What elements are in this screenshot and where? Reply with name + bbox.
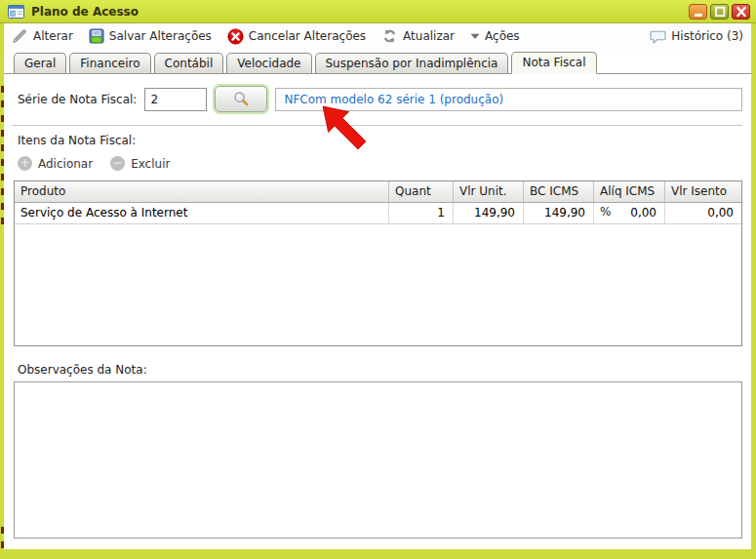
plus-circle-icon: + [18, 156, 32, 171]
tab-financeiro[interactable]: Financeiro [69, 53, 150, 73]
table-row[interactable]: Serviço de Acesso à Internet 1 149,90 14… [15, 203, 741, 224]
table-header-row: Produto Quant Vlr Unit. BC ICMS Alíq ICM… [15, 181, 741, 203]
col-vlr-isento[interactable]: Vlr Isento [665, 181, 741, 202]
salvar-button[interactable]: Salvar Alterações [89, 28, 212, 44]
search-button[interactable] [215, 86, 267, 112]
excluir-button[interactable]: − Excluir [110, 156, 170, 171]
cell-vlr-unit: 149,90 [454, 203, 524, 223]
cancel-icon [227, 28, 244, 45]
tab-contabil[interactable]: Contábil [154, 53, 224, 73]
cell-quant: 1 [389, 203, 454, 223]
tabstrip: Geral Financeiro Contábil Velocidade Sus… [4, 49, 751, 74]
toolbar: Alterar Salvar Alterações Cancel [4, 23, 751, 49]
atualizar-button[interactable]: Atualizar [381, 28, 455, 44]
window-form-icon [8, 5, 24, 19]
col-produto[interactable]: Produto [15, 181, 389, 202]
col-vlr-unit[interactable]: Vlr Unit. [454, 181, 524, 202]
window-body: Alterar Salvar Alterações Cancel [4, 23, 751, 549]
minimize-button[interactable] [689, 4, 707, 20]
acoes-menu-button[interactable]: Ações [470, 29, 520, 43]
minimize-icon [691, 5, 706, 19]
observacoes-textarea[interactable] [14, 381, 742, 539]
serie-input[interactable] [144, 88, 207, 111]
observacoes-label: Observações da Nota: [18, 363, 742, 377]
maximize-button[interactable] [710, 4, 729, 20]
maximize-icon [712, 5, 728, 19]
col-aliq-icms[interactable]: Alíq ICMS % [594, 181, 665, 202]
tab-nota-fiscal[interactable]: Nota Fiscal [511, 52, 596, 74]
serie-description-field[interactable]: NFCom modelo 62 série 1 (produção) [275, 88, 742, 111]
close-icon [734, 5, 749, 19]
acoes-label: Ações [485, 29, 520, 43]
search-icon [233, 91, 250, 107]
tab-velocidade[interactable]: Velocidade [226, 53, 311, 73]
excluir-label: Excluir [131, 157, 170, 171]
historico-button[interactable]: Histórico (3) [650, 29, 743, 44]
app-window: Plano de Acesso [0, 0, 756, 559]
tab-suspensao[interactable]: Suspensão por Inadimplência [315, 53, 509, 73]
refresh-icon [381, 28, 398, 44]
cell-bc-icms: 149,90 [524, 203, 594, 223]
minus-circle-icon: − [110, 156, 125, 171]
window-title: Plano de Acesso [31, 5, 139, 19]
cell-produto: Serviço de Acesso à Internet [15, 203, 389, 223]
alterar-label: Alterar [33, 29, 73, 43]
tab-geral[interactable]: Geral [14, 53, 66, 73]
cell-vlr-isento: 0,00 [665, 203, 741, 223]
salvar-label: Salvar Alterações [109, 29, 212, 43]
adicionar-label: Adicionar [38, 157, 93, 171]
save-floppy-icon [89, 28, 104, 44]
close-button[interactable] [732, 4, 750, 20]
separator-line [12, 125, 742, 126]
atualizar-label: Atualizar [403, 29, 455, 43]
cancelar-label: Cancelar Alterações [249, 29, 366, 43]
cancelar-button[interactable]: Cancelar Alterações [227, 28, 366, 45]
col-quant[interactable]: Quant [389, 181, 454, 202]
pencil-icon [12, 28, 28, 44]
titlebar: Plano de Acesso [0, 0, 756, 23]
chevron-down-icon [470, 33, 480, 40]
nota-fiscal-panel: Série de Nota Fiscal: NFCom modelo 62 sé… [4, 74, 751, 549]
historico-label: Histórico (3) [671, 29, 743, 43]
adicionar-button[interactable]: + Adicionar [18, 156, 93, 171]
col-bc-icms[interactable]: BC ICMS [524, 181, 594, 202]
itens-label: Itens da Nota Fiscal: [18, 134, 742, 147]
alterar-button[interactable]: Alterar [12, 28, 73, 44]
serie-label: Série de Nota Fiscal: [14, 93, 137, 106]
itens-table: Produto Quant Vlr Unit. BC ICMS Alíq ICM… [14, 180, 742, 346]
comment-bubble-icon [650, 29, 666, 44]
cell-aliq-icms: 0,00 [594, 203, 665, 223]
